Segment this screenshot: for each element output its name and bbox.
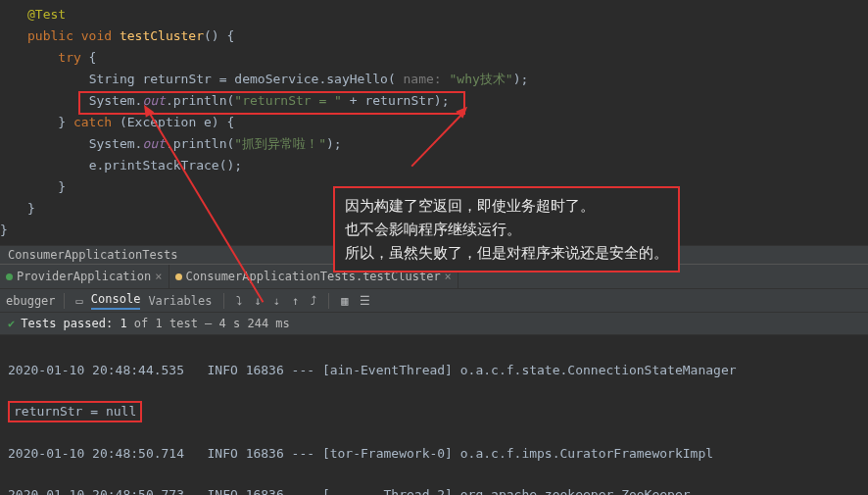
debug-toolbar: ebugger ▭ Console Variables ⤵ ↓ ⇣ ↑ ⤴ ▦ … — [0, 289, 868, 313]
log-line: 2020-01-10 20:48:50.773 INFO 16836 --- [… — [8, 484, 860, 495]
check-icon: ✔ — [8, 317, 15, 330]
log-line: 2020-01-10 20:48:50.714 INFO 16836 --- [… — [8, 443, 860, 464]
test-status-bar: ✔ Tests passed: 1 of 1 test – 4 s 244 ms — [0, 313, 868, 335]
trace-icon[interactable]: ☰ — [356, 294, 374, 308]
annotation-test: @Test — [27, 7, 66, 22]
tab-debugger[interactable]: ebugger — [6, 294, 56, 308]
evaluate-icon[interactable]: ▦ — [337, 294, 352, 308]
test-icon — [175, 273, 182, 280]
console-output[interactable]: 2020-01-10 20:48:44.535 INFO 16836 --- [… — [0, 335, 868, 495]
step-over-icon[interactable]: ⤵ — [232, 294, 246, 308]
highlight-box-returnstr: returnStr = null — [8, 401, 142, 422]
close-icon[interactable]: × — [155, 270, 162, 283]
tab-provider[interactable]: ProviderApplication × — [0, 265, 169, 288]
layout-icon[interactable]: ▭ — [72, 294, 87, 308]
force-step-into-icon[interactable]: ⇣ — [269, 294, 284, 308]
step-out-icon[interactable]: ↑ — [288, 294, 303, 308]
annotation-callout: 因为构建了空返回，即使业务超时了。 也不会影响程序继续运行。 所以，虽然失败了，… — [333, 186, 680, 272]
run-icon — [6, 273, 13, 280]
drop-frame-icon[interactable]: ⤴ — [307, 294, 320, 308]
tab-console[interactable]: Console — [91, 292, 141, 310]
log-line: 2020-01-10 20:48:44.535 INFO 16836 --- [… — [8, 360, 860, 380]
tab-variables[interactable]: Variables — [144, 294, 216, 308]
